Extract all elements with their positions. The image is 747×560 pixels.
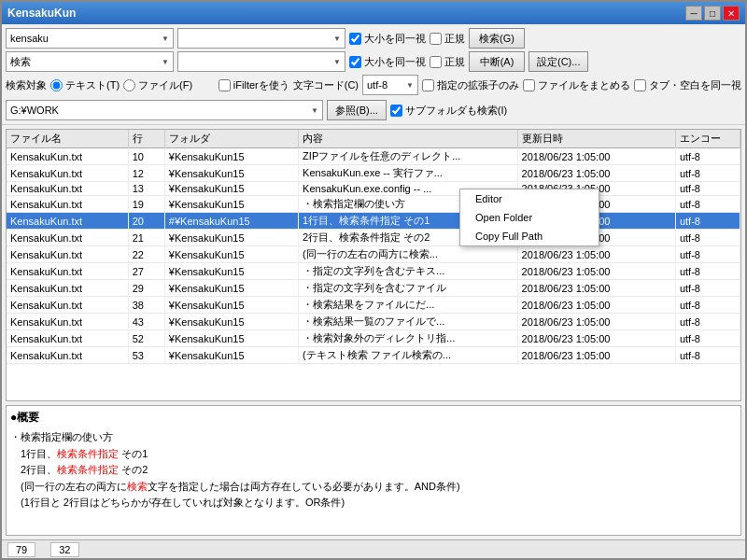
table-row[interactable]: KensakuKun.txt12¥KensakuKun15KensakuKun.…: [7, 165, 740, 182]
dropdown-arrow-icon: ▼: [406, 81, 414, 90]
encoding-dropdown[interactable]: utf-8 ▼: [362, 75, 418, 95]
path-row: G:¥WORK ▼ 参照(B)... サブフォルダも検索(I): [6, 100, 741, 120]
table-cell: ¥KensakuKun15: [164, 196, 298, 213]
radio-file: ファイル(F): [123, 78, 192, 92]
radio-text: テキスト(T): [50, 78, 120, 92]
browse-button[interactable]: 参照(B)...: [327, 100, 387, 120]
close-button[interactable]: ✕: [723, 6, 740, 21]
path-dropdown[interactable]: G:¥WORK ▼: [6, 100, 323, 120]
toolbar: kensaku ▼ ▼ 大小を同一視 正規 検索(G) 検索 ▼: [2, 24, 745, 125]
table-cell: 52: [128, 330, 164, 347]
table-cell: utf-8: [675, 230, 740, 246]
context-menu-open-folder[interactable]: Open Folder: [460, 208, 599, 227]
table-cell: ・検索結果をファイルにだ...: [299, 297, 517, 314]
context-menu-copy-path[interactable]: Copy Full Path: [460, 227, 599, 245]
table-cell: 2018/06/23 1:05:00: [517, 297, 675, 314]
table-cell: KensakuKun.txt: [7, 230, 128, 246]
search-dropdown-1[interactable]: ▼: [177, 28, 345, 49]
regex-checkbox-2[interactable]: [430, 56, 442, 68]
radio-file-input[interactable]: [123, 79, 135, 91]
table-cell: utf-8: [675, 263, 740, 280]
table-row[interactable]: KensakuKun.txt52¥KensakuKun15・検索対象外のディレク…: [7, 330, 740, 347]
table-cell: 53: [128, 347, 164, 364]
table-cell: KensakuKun.txt: [7, 165, 128, 182]
table-row[interactable]: KensakuKun.txt53¥KensakuKun15(テキスト検索 ファイ…: [7, 347, 740, 364]
settings-button[interactable]: 設定(C)...: [529, 51, 588, 72]
table-cell: utf-8: [675, 196, 740, 213]
summary-line-4: (同一行の左右の両方に検索文字を指定した場合は両方存在している必要があります。A…: [10, 479, 737, 496]
ext-only-checkbox[interactable]: [422, 79, 434, 91]
col-header-content: 内容: [299, 130, 517, 148]
table-row[interactable]: KensakuKun.txt13¥KensakuKun15KensakuKun.…: [7, 182, 740, 196]
regex-checkbox-row-1: 正規: [430, 32, 465, 46]
table-cell: KensakuKun.txt: [7, 182, 128, 196]
table-cell: utf-8: [675, 280, 740, 297]
table-cell: KensakuKun.txt: [7, 347, 128, 364]
col-header-date: 更新日時: [517, 130, 675, 148]
radio-text-input[interactable]: [50, 79, 63, 91]
search-row-2: 検索 ▼ ▼ 大小を同一視 正規 中断(A) 設定(C)...: [6, 51, 741, 72]
table-cell: 10: [128, 148, 164, 165]
table-row[interactable]: KensakuKun.txt27¥KensakuKun15・指定の文字列を含むテ…: [7, 263, 740, 280]
case-checkbox-1[interactable]: [349, 33, 361, 45]
table-cell: ¥KensakuKun15: [164, 347, 298, 364]
summary-line-3: 2行目、検索条件指定 その2: [10, 462, 737, 479]
subfolders-checkbox[interactable]: [390, 105, 402, 117]
col-header-line: 行: [128, 130, 164, 148]
case-checkbox-row-2: 大小を同一視: [349, 55, 426, 69]
table-row[interactable]: KensakuKun.txt29¥KensakuKun15・指定の文字列を含むフ…: [7, 280, 740, 297]
merge-checkbox[interactable]: [523, 79, 535, 91]
tab-checkbox[interactable]: [634, 79, 646, 91]
summary-area: ●概要 ・検索指定欄の使い方 1行目、検索条件指定 その1 2行目、検索条件指定…: [6, 405, 741, 536]
stop-button[interactable]: 中断(A): [469, 51, 525, 72]
ext-only-checkbox-row: 指定の拡張子のみ: [422, 78, 519, 92]
table-row[interactable]: KensakuKun.txt22¥KensakuKun15(同一行の左右の両方に…: [7, 246, 740, 263]
table-cell: 2018/06/23 1:05:00: [517, 314, 675, 330]
dropdown-arrow-icon: ▼: [162, 35, 169, 43]
table-cell: 21: [128, 230, 164, 246]
table-cell: ¥KensakuKun15: [164, 280, 298, 297]
ifilter-checkbox[interactable]: [218, 79, 231, 91]
table-cell: 2018/06/23 1:05:00: [517, 263, 675, 280]
table-row[interactable]: KensakuKun.txt19¥KensakuKun15・検索指定欄の使い方2…: [7, 196, 740, 213]
table-cell: 22: [128, 246, 164, 263]
case-checkbox-2[interactable]: [349, 56, 361, 68]
table-cell: utf-8: [675, 347, 740, 364]
table-cell: ¥KensakuKun15: [164, 182, 298, 196]
table-cell: 38: [128, 297, 164, 314]
search-dropdown-2[interactable]: ▼: [177, 51, 345, 72]
summary-line-5: (1行目と 2行目はどちらかが存在していれば対象となります。OR条件): [10, 495, 737, 511]
summary-line-1: ・検索指定欄の使い方: [10, 429, 737, 446]
table-row[interactable]: KensakuKun.txt20#¥KensakuKun151行目、検索条件指定…: [7, 213, 740, 230]
table-cell: ZIPファイルを任意のディレクト...: [299, 148, 517, 165]
regex-checkbox-1[interactable]: [430, 33, 442, 45]
dropdown-arrow-icon: ▼: [311, 106, 318, 115]
minimize-button[interactable]: ─: [685, 6, 702, 21]
maximize-button[interactable]: □: [704, 6, 721, 21]
table-row[interactable]: KensakuKun.txt21¥KensakuKun152行目、検索条件指定 …: [7, 230, 740, 246]
table-cell: 2018/06/23 1:05:00: [517, 347, 675, 364]
table-cell: (同一行の左右の両方に検索...: [299, 246, 517, 263]
table-cell: utf-8: [675, 182, 740, 196]
highlight-kensaku-1: 検索条件指定: [57, 448, 119, 459]
table-row[interactable]: KensakuKun.txt43¥KensakuKun15・検索結果一覧のファイ…: [7, 314, 740, 330]
highlight-kensaku-2: 検索条件指定: [57, 464, 119, 475]
table-row[interactable]: KensakuKun.txt38¥KensakuKun15・検索結果をファイルに…: [7, 297, 740, 314]
table-cell: 2018/06/23 1:05:00: [517, 148, 675, 165]
table-cell: KensakuKun.txt: [7, 148, 128, 165]
table-cell: ・指定の文字列を含むテキス...: [299, 263, 517, 280]
search-input-1[interactable]: kensaku ▼: [6, 28, 174, 49]
results-table-container[interactable]: ファイル名 行 フォルダ 内容 更新日時 エンコー KensakuKun.txt…: [6, 129, 741, 401]
status-col: 32: [50, 542, 78, 557]
search-button[interactable]: 検索(G): [469, 28, 525, 49]
table-cell: utf-8: [675, 148, 740, 165]
table-cell: utf-8: [675, 165, 740, 182]
table-cell: utf-8: [675, 297, 740, 314]
table-row[interactable]: KensakuKun.txt10¥KensakuKun15ZIPファイルを任意の…: [7, 148, 740, 165]
table-cell: ¥KensakuKun15: [164, 246, 298, 263]
table-cell: utf-8: [675, 314, 740, 330]
case-checkbox-row-1: 大小を同一視: [349, 32, 426, 46]
context-menu-editor[interactable]: Editor: [460, 189, 599, 208]
table-cell: KensakuKun.txt: [7, 246, 128, 263]
search-input-2[interactable]: 検索 ▼: [6, 51, 174, 72]
